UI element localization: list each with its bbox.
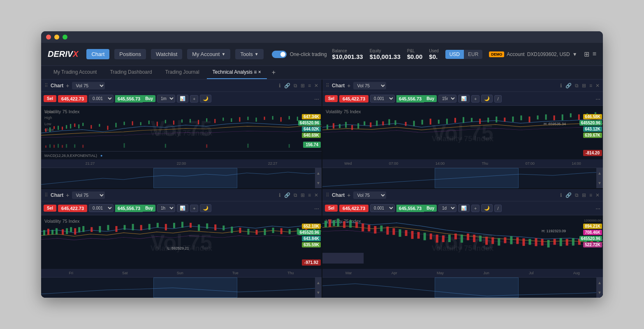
scroll-up-2[interactable]: ▲: [596, 168, 603, 178]
draw-btn-2[interactable]: /: [494, 95, 501, 103]
buy-button-1[interactable]: Buy: [143, 95, 155, 102]
scrollbar-thumb-3[interactable]: [153, 278, 238, 298]
crosshair-btn-3[interactable]: +: [190, 205, 198, 212]
chart-body-4[interactable]: Volatility 75 Index Vol 75 Volatility 75…: [322, 215, 603, 269]
copy-icon-2[interactable]: ⧉: [575, 83, 579, 89]
close-icon-4[interactable]: ✕: [595, 192, 600, 198]
info-icon-1[interactable]: ℹ: [279, 83, 281, 89]
link-icon-1[interactable]: 🔗: [284, 83, 290, 89]
maximize-dot[interactable]: [63, 35, 67, 40]
link-icon-3[interactable]: 🔗: [284, 192, 290, 198]
theme-btn-3[interactable]: 🌙: [200, 204, 211, 212]
symbol-select-2[interactable]: Vol 75: [353, 82, 386, 89]
tab-add-button[interactable]: +: [269, 67, 279, 78]
close-icon-2[interactable]: ✕: [595, 83, 600, 89]
timeframe-1[interactable]: 1m: [157, 95, 175, 103]
drag-handle-3[interactable]: ⠿: [44, 192, 48, 198]
chart-scrollbar-2[interactable]: ▲ ▼: [322, 168, 603, 188]
chart-body-1[interactable]: Volatility 75 Index Vol 75 Volatility 75…: [41, 106, 322, 151]
sell-button-2[interactable]: Sel: [325, 95, 338, 102]
toolbar-more-3[interactable]: ···: [314, 205, 319, 212]
drag-handle-2[interactable]: ⠿: [326, 83, 329, 89]
indicator-btn-4[interactable]: 📊: [458, 204, 470, 212]
copy-icon-3[interactable]: ⧉: [294, 192, 297, 198]
layout-icon-3[interactable]: ⊞: [301, 192, 305, 198]
scroll-up-4[interactable]: ▲: [596, 278, 603, 288]
chart-body-3[interactable]: Volatility 75 Index Vol 75 Volatility 75…: [41, 215, 322, 269]
crosshair-btn-4[interactable]: +: [471, 205, 480, 212]
chart-scrollbar-4[interactable]: ▲ ▼: [322, 277, 603, 298]
scroll-up-1[interactable]: ▲: [315, 168, 322, 178]
more-icon-4[interactable]: ≡: [589, 192, 592, 198]
lot-size-2[interactable]: 0.001: [370, 95, 395, 103]
close-dot[interactable]: [46, 35, 51, 40]
tab-dashboard[interactable]: Trading Dashboard: [104, 66, 158, 79]
grid-icon[interactable]: ⊞: [584, 50, 589, 58]
copy-icon-1[interactable]: ⧉: [294, 83, 297, 89]
indicator-btn-1[interactable]: 📊: [177, 95, 188, 103]
my-account-button[interactable]: My Account ▼: [187, 49, 230, 59]
draw-btn-4[interactable]: /: [494, 205, 501, 212]
eur-button[interactable]: EUR: [464, 50, 482, 59]
toolbar-more-4[interactable]: ···: [595, 205, 600, 212]
chart-body-2[interactable]: Volatility 75 Index Vol 75 Volatility 75…: [322, 106, 603, 159]
macd-toggle-1[interactable]: ●: [100, 154, 102, 158]
chart-add-2[interactable]: +: [347, 82, 350, 89]
drag-handle-1[interactable]: ⠿: [44, 83, 48, 89]
chart-add-3[interactable]: +: [66, 192, 69, 198]
lot-size-1[interactable]: 0.001: [89, 95, 114, 103]
symbol-select-3[interactable]: Vol 75: [72, 191, 105, 199]
scroll-down-3[interactable]: ▼: [315, 288, 322, 298]
tab-my-trading[interactable]: My Trading Account: [48, 66, 102, 79]
one-click-toggle[interactable]: [272, 51, 287, 58]
buy-button-3[interactable]: Buy: [143, 205, 155, 212]
crosshair-btn-2[interactable]: +: [471, 95, 480, 103]
usd-button[interactable]: USD: [445, 50, 464, 59]
scrollbar-thumb-4[interactable]: [435, 278, 519, 298]
theme-btn-2[interactable]: 🌙: [481, 95, 493, 103]
tools-button[interactable]: Tools ▼: [235, 49, 263, 59]
chart-add-1[interactable]: +: [66, 82, 69, 89]
symbol-select-4[interactable]: Vol 75: [353, 191, 386, 199]
sell-button-4[interactable]: Sel: [325, 205, 338, 212]
watchlist-nav-button[interactable]: Watchlist: [151, 49, 182, 59]
chart-scrollbar-1[interactable]: ▲ ▼: [41, 168, 322, 188]
account-selector[interactable]: DEMO Account DXD1093602, USD ▼: [489, 51, 577, 57]
copy-icon-4[interactable]: ⧉: [575, 192, 579, 198]
scroll-down-4[interactable]: ▼: [596, 288, 603, 298]
scrollbar-thumb-2[interactable]: [435, 168, 519, 188]
chart-scrollbar-3[interactable]: ▲ ▼: [41, 277, 322, 298]
indicator-btn-2[interactable]: 📊: [458, 95, 470, 103]
crosshair-btn-1[interactable]: +: [190, 95, 198, 103]
symbol-select-1[interactable]: Vol 75: [72, 82, 105, 89]
toolbar-more-2[interactable]: ···: [595, 96, 600, 102]
more-icon-3[interactable]: ≡: [308, 192, 311, 198]
timeframe-3[interactable]: 1h: [157, 204, 175, 212]
layout-icon-4[interactable]: ⊞: [582, 192, 586, 198]
link-icon-2[interactable]: 🔗: [565, 83, 572, 89]
scroll-up-3[interactable]: ▲: [315, 278, 322, 288]
indicator-btn-3[interactable]: 📊: [177, 204, 188, 212]
info-icon-4[interactable]: ℹ: [560, 192, 562, 198]
info-icon-2[interactable]: ℹ: [560, 83, 562, 89]
close-icon-3[interactable]: ✕: [314, 192, 318, 198]
chart-add-4[interactable]: +: [347, 192, 350, 198]
layout-icon-2[interactable]: ⊞: [582, 83, 586, 89]
menu-icon[interactable]: ≡: [593, 50, 596, 58]
tab-technical[interactable]: Technical Analysis ≡ ×: [207, 66, 267, 79]
more-icon-1[interactable]: ≡: [308, 83, 311, 89]
timeframe-4[interactable]: 1d: [438, 204, 456, 212]
link-icon-4[interactable]: 🔗: [565, 192, 572, 198]
layout-icon-1[interactable]: ⊞: [301, 83, 305, 89]
theme-btn-1[interactable]: 🌙: [200, 95, 211, 103]
chart-nav-button[interactable]: Chart: [86, 49, 109, 59]
positions-nav-button[interactable]: Positions: [114, 49, 146, 59]
minimize-dot[interactable]: [54, 35, 59, 40]
sell-button-1[interactable]: Sel: [44, 95, 56, 102]
lot-size-4[interactable]: 0.001: [370, 204, 395, 212]
lot-size-3[interactable]: 0.001: [89, 204, 114, 212]
info-icon-3[interactable]: ℹ: [279, 192, 281, 198]
buy-button-4[interactable]: Buy: [424, 205, 437, 212]
tab-journal[interactable]: Trading Journal: [160, 66, 205, 79]
scrollbar-thumb-1[interactable]: [153, 168, 238, 188]
